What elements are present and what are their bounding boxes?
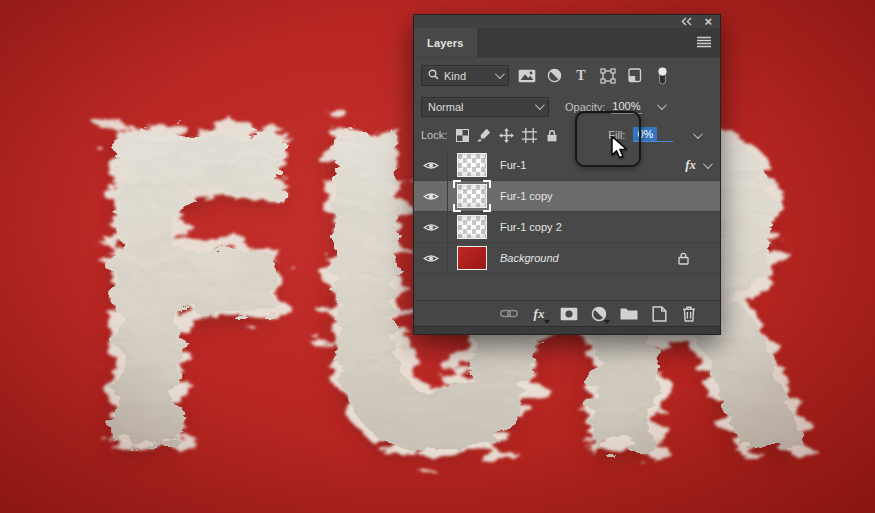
type-layer-filter-icon[interactable]: T — [572, 67, 590, 85]
blend-mode-value: Normal — [428, 101, 463, 113]
lock-label: Lock: — [421, 129, 447, 141]
selection-bracket — [483, 204, 491, 212]
photoshop-canvas: FUR FUR FUR FUR × Layers — [0, 0, 875, 513]
panel-tabbar: Layers — [414, 28, 720, 58]
tab-layers-label: Layers — [427, 37, 464, 49]
delete-layer-button[interactable] — [680, 305, 698, 323]
add-layer-mask-button[interactable] — [560, 305, 578, 323]
new-adjustment-layer-button[interactable] — [590, 305, 608, 323]
eye-icon — [423, 191, 439, 202]
pixel-layer-filter-icon[interactable] — [518, 67, 536, 85]
layer-filtering-toggle[interactable] — [653, 67, 671, 85]
panel-bottom-toolbar: fx — [414, 300, 720, 326]
opacity-label: Opacity: — [565, 101, 605, 113]
layer-thumbnail[interactable] — [457, 215, 487, 239]
layer-row-fur-1-copy-2[interactable]: Fur-1 copy 2 — [414, 212, 720, 243]
fill-value[interactable]: 0% — [633, 127, 657, 141]
opacity-value[interactable]: 100% — [611, 100, 641, 114]
layer-styles-button[interactable]: fx — [530, 305, 548, 323]
panel-resize-strip[interactable] — [414, 326, 720, 334]
filter-kind-select[interactable]: Kind — [421, 65, 509, 86]
lock-fill-row: Lock: Fill: 0% — [414, 120, 720, 150]
layer-effects-badge[interactable]: fx — [685, 157, 696, 173]
filter-kind-label: Kind — [444, 70, 466, 82]
visibility-toggle[interactable] — [414, 212, 448, 242]
lock-position-icon[interactable] — [499, 126, 514, 144]
visibility-toggle[interactable] — [414, 181, 448, 211]
layer-name: Fur-1 copy 2 — [500, 221, 562, 233]
layer-row-fur-1[interactable]: Fur-1 fx — [414, 150, 720, 181]
selection-bracket — [453, 180, 461, 188]
eye-icon — [423, 160, 439, 171]
layers-panel: × Layers Kind — [413, 14, 721, 335]
layer-row-background[interactable]: Background — [414, 243, 720, 274]
fill-label: Fill: — [608, 129, 625, 141]
eye-icon — [423, 222, 439, 233]
type-glyph: T — [576, 68, 585, 84]
lock-image-pixels-icon[interactable] — [477, 126, 491, 144]
layer-name: Fur-1 copy — [500, 190, 553, 202]
submenu-mark — [544, 320, 550, 324]
layer-name: Background — [500, 252, 559, 264]
shape-layer-filter-icon[interactable] — [599, 67, 617, 85]
fill-dropdown-icon[interactable] — [693, 129, 703, 139]
blend-mode-select[interactable]: Normal — [421, 97, 549, 117]
tab-layers[interactable]: Layers — [414, 28, 477, 57]
new-group-button[interactable] — [620, 305, 638, 323]
fx-icon: fx — [534, 306, 545, 322]
eye-icon — [423, 253, 439, 264]
visibility-toggle[interactable] — [414, 150, 448, 180]
new-layer-button[interactable] — [650, 305, 668, 323]
selection-bracket — [453, 204, 461, 212]
search-icon — [428, 69, 439, 82]
chevron-down-icon — [495, 69, 505, 79]
lock-all-icon[interactable] — [545, 126, 558, 144]
lock-artboards-icon[interactable] — [522, 126, 537, 144]
effects-collapse-icon[interactable] — [703, 159, 713, 169]
selection-bracket — [483, 180, 491, 188]
layer-list: Fur-1 fx Fur-1 copy — [414, 150, 720, 300]
layer-name: Fur-1 — [500, 159, 526, 171]
smart-object-filter-icon[interactable] — [626, 67, 644, 85]
layer-filter-row: Kind T — [414, 58, 720, 93]
lock-transparent-pixels-icon[interactable] — [455, 126, 469, 144]
submenu-mark — [604, 320, 610, 324]
visibility-toggle[interactable] — [414, 243, 448, 273]
panel-titlebar: × — [414, 15, 720, 28]
fill-field[interactable]: 0% — [633, 128, 673, 142]
layer-row-fur-1-copy[interactable]: Fur-1 copy — [414, 181, 720, 212]
background-thumbnail[interactable] — [457, 246, 487, 270]
link-layers-button[interactable] — [500, 305, 518, 323]
background-lock-icon — [678, 252, 689, 265]
close-panel-icon[interactable]: × — [704, 17, 712, 27]
blend-opacity-row: Normal Opacity: 100% — [414, 93, 720, 120]
layer-thumbnail-selected[interactable] — [457, 184, 487, 208]
collapse-panel-icon[interactable] — [681, 16, 692, 28]
chevron-down-icon — [535, 100, 545, 110]
adjustment-layer-filter-icon[interactable] — [545, 67, 563, 85]
panel-menu-icon[interactable] — [696, 36, 712, 50]
opacity-dropdown-icon[interactable] — [656, 100, 666, 110]
layer-thumbnail[interactable] — [457, 153, 487, 177]
